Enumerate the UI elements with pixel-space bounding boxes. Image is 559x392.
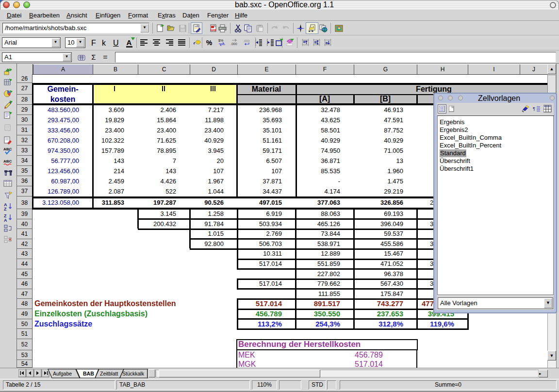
svg-text:.000: .000 [230, 42, 237, 46]
svg-text:.000: .000 [243, 39, 250, 43]
svg-text:¶: ¶ [533, 106, 535, 111]
svg-text:ABC: ABC [3, 147, 12, 151]
svg-text:Aufgabe: Aufgabe [53, 371, 72, 376]
svg-text:ABC: ABC [3, 159, 12, 163]
svg-text:A: A [4, 218, 7, 222]
svg-text:BAB: BAB [83, 371, 94, 376]
svg-text:Z: Z [4, 207, 7, 211]
svg-text:$%: $% [218, 39, 223, 42]
svg-text:Stückkalk: Stückkalk [122, 371, 145, 376]
svg-text:PDF: PDF [211, 29, 215, 32]
svg-text:Zeitblatt: Zeitblatt [100, 371, 118, 376]
